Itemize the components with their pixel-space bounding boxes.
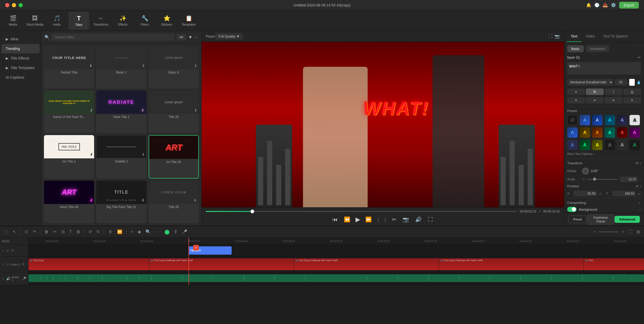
- tool-audio[interactable]: 🎵 Audio: [47, 12, 67, 30]
- video-clip-2[interactable]: 📹 That Song Challenge with Taylor Swift: [149, 258, 294, 270]
- tab-text-to-speech[interactable]: Text To Speech: [599, 31, 632, 42]
- transform-expand-icon[interactable]: ›: [640, 161, 641, 165]
- underline-button[interactable]: U: [623, 89, 641, 95]
- play-button[interactable]: ▶: [355, 216, 360, 223]
- grid-view[interactable]: ⊞: [635, 228, 641, 235]
- font-select[interactable]: Montserrat ExtraBold Italic: [567, 79, 613, 86]
- more-text-options[interactable]: More Text Options ›: [567, 152, 641, 156]
- sidebar-item-mine[interactable]: ▶ Mine: [2, 34, 40, 44]
- step-forward-button[interactable]: ⏩: [364, 215, 373, 224]
- scale-expand-icon[interactable]: ›: [640, 178, 641, 181]
- title-card-game-ui[interactable]: DOES MIDAS' GOLDEN TOUCH WORK IN CHAPTER…: [44, 91, 94, 133]
- scale-reset-icon[interactable]: ↺: [582, 178, 585, 181]
- preset-green[interactable]: A: [580, 140, 590, 150]
- audio-clip[interactable]: [28, 274, 644, 282]
- title-card-art26[interactable]: ART Art Title 26: [149, 135, 199, 179]
- background-expand-icon[interactable]: ›: [640, 208, 641, 211]
- background-toggle[interactable]: [567, 207, 577, 212]
- freeze-frame[interactable]: ⏸: [107, 229, 114, 235]
- record-btn[interactable]: ⬤: [163, 228, 171, 236]
- title-card-ink1[interactable]: INK TITLE ⬇ Ink Title 1: [44, 135, 94, 179]
- title-card-basic1[interactable]: Lorem ipsum ⬇ Basic 1: [96, 46, 146, 89]
- filter-all-button[interactable]: All: [176, 34, 186, 40]
- close-button[interactable]: [5, 3, 9, 7]
- v1-add-btn[interactable]: +: [2, 262, 5, 267]
- fullscreen-button[interactable]: ⛶: [427, 216, 434, 224]
- scale-input[interactable]: [620, 176, 638, 182]
- track-forward-tool[interactable]: ↷: [31, 228, 37, 235]
- tool-effects[interactable]: ✨ Effects: [112, 12, 133, 30]
- audio-monitor[interactable]: 🎙: [172, 229, 179, 235]
- more-options-button[interactable]: ···: [194, 34, 198, 40]
- advanced-button[interactable]: Advanced: [615, 216, 640, 223]
- title-track-lock[interactable]: 👁: [11, 248, 15, 253]
- fit-timeline[interactable]: ⛶: [627, 229, 634, 235]
- title-card-basic6[interactable]: Lorem ipsum ⬇ Basic 6: [149, 46, 199, 89]
- y-input[interactable]: [612, 191, 636, 196]
- font-size-input[interactable]: [615, 79, 627, 85]
- subtab-animation[interactable]: Animation: [586, 45, 609, 52]
- zoom-slider[interactable]: [598, 231, 619, 232]
- compositing-header[interactable]: Compositing ›: [567, 201, 640, 205]
- pointer-tool[interactable]: ↖: [11, 228, 18, 235]
- expand-icon[interactable]: ⛶: [638, 45, 641, 52]
- preset-dark1[interactable]: A: [617, 115, 627, 125]
- mic-btn[interactable]: 🎤: [180, 228, 189, 235]
- italic-button[interactable]: I: [605, 89, 622, 95]
- split-button[interactable]: ✂: [391, 215, 397, 224]
- sidebar-item-title-effects[interactable]: ▶ Title Effects: [2, 54, 40, 63]
- scale-slider[interactable]: [587, 179, 618, 180]
- title-track-eye[interactable]: ⊙: [6, 248, 10, 253]
- video-clip-3[interactable]: 📹 That Song Challenge with Taylor Swift: [294, 258, 438, 270]
- preset-yellow[interactable]: A: [592, 140, 602, 150]
- progress-bar[interactable]: [206, 211, 517, 212]
- tool-transitions[interactable]: ↔ Transitions: [90, 12, 111, 30]
- align-justify-button[interactable]: ≡: [623, 97, 641, 104]
- split-audio-tool[interactable]: ⊟: [60, 228, 66, 235]
- title-card-glow1[interactable]: RADIATE ⬇ Glow Title 1: [96, 91, 146, 133]
- title-card-t29[interactable]: Lorem Ipsum ⬇ Title 29: [149, 91, 199, 133]
- tab-text[interactable]: Text: [567, 31, 582, 42]
- fullscreen-button[interactable]: [19, 3, 23, 7]
- loop-tool[interactable]: ↺: [87, 228, 93, 235]
- preset-pink[interactable]: A: [630, 127, 640, 138]
- tool-templates[interactable]: 📋 Templates: [178, 12, 199, 30]
- video-clip-1[interactable]: 📹 That Song: [28, 258, 149, 270]
- transform-section-header[interactable]: Transform ↺ ›: [567, 161, 641, 165]
- align-right-button[interactable]: ≡: [605, 97, 622, 104]
- v1-lock-btn[interactable]: 👁: [21, 262, 26, 267]
- clock-icon[interactable]: 🕐: [594, 3, 600, 8]
- ripple-tool[interactable]: ⊙: [23, 228, 29, 235]
- a1-add-btn[interactable]: +: [2, 276, 5, 281]
- title-track-add[interactable]: +: [2, 248, 5, 253]
- x-input[interactable]: [574, 191, 597, 196]
- title-card-big-title[interactable]: TITLE GOLDEN TITLE HERE ⬇ Big Title Pack…: [96, 181, 146, 223]
- keyframe-panel-button[interactable]: Keyframe Panel: [587, 214, 615, 225]
- preset-white[interactable]: A: [630, 115, 640, 125]
- preset-outline-blue[interactable]: A: [567, 140, 578, 150]
- notification-icon[interactable]: 🔔: [586, 3, 591, 8]
- title-card-neon09[interactable]: ART ⬇ Neon Title 09: [44, 181, 94, 223]
- title-card-t28[interactable]: LOREM IPSUM ⬇ Title 28: [149, 181, 199, 223]
- a1-mic-btn[interactable]: 🎤: [21, 276, 27, 281]
- step-back-button[interactable]: ⏪: [343, 215, 351, 224]
- volume-button[interactable]: 🔊: [414, 215, 423, 224]
- add-track[interactable]: +: [129, 229, 135, 235]
- sidebar-item-trending[interactable]: Trending: [2, 44, 40, 53]
- edit-layer-icon[interactable]: ✏: [638, 55, 641, 60]
- reset-button[interactable]: Reset: [568, 216, 587, 223]
- more-tools[interactable]: ···: [154, 229, 160, 235]
- export-button[interactable]: Export: [619, 2, 639, 9]
- title-card-default[interactable]: YOUR TITLE HERE ⬇ Default Title: [44, 46, 94, 89]
- compositing-expand-right-icon[interactable]: ›: [640, 201, 641, 205]
- preset-gold[interactable]: A: [580, 127, 590, 138]
- marker-tool[interactable]: ◆: [136, 228, 142, 235]
- progress-thumb[interactable]: [251, 210, 254, 213]
- speed-tool[interactable]: ⏩: [116, 228, 124, 235]
- preset-blue2[interactable]: A: [592, 115, 602, 125]
- cut-tool[interactable]: ✂: [52, 228, 58, 235]
- forward-tool[interactable]: ↻: [95, 228, 101, 235]
- preset-b1[interactable]: A: [567, 127, 578, 138]
- tool-titles[interactable]: T Titles: [69, 12, 89, 30]
- preset-blue[interactable]: A: [580, 115, 590, 125]
